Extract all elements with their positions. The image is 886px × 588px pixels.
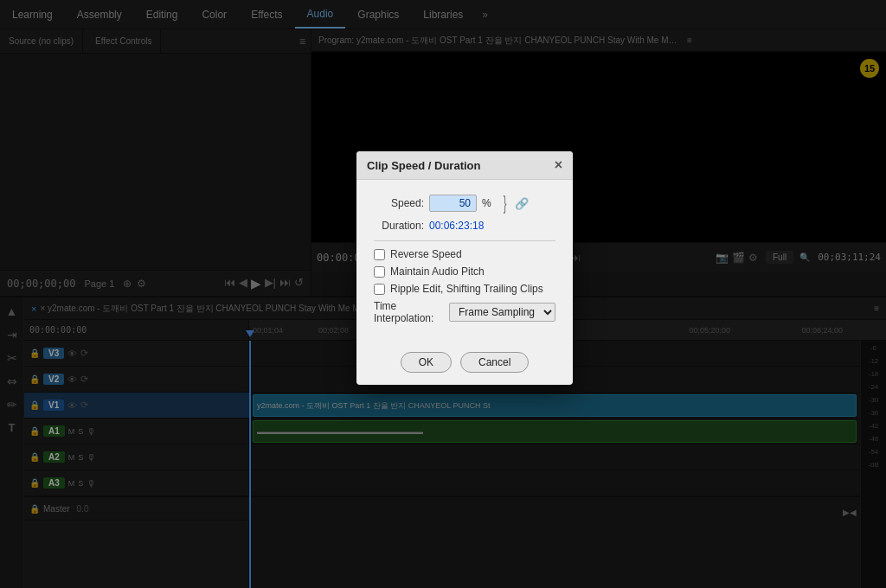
bracket-icon: } (504, 194, 507, 213)
speed-input[interactable] (429, 195, 477, 212)
dialog-footer: OK Cancel (356, 345, 573, 385)
interpolation-select[interactable]: Frame Sampling (449, 303, 555, 322)
dialog-title: Clip Speed / Duration (367, 159, 480, 172)
ripple-edit-row: Ripple Edit, Shifting Trailing Clips (374, 283, 555, 295)
ripple-edit-label[interactable]: Ripple Edit, Shifting Trailing Clips (390, 283, 543, 295)
duration-value: 00:06:23:18 (429, 220, 484, 232)
maintain-audio-pitch-checkbox[interactable] (374, 266, 385, 278)
speed-label: Speed: (374, 197, 424, 209)
cancel-button[interactable]: Cancel (460, 352, 529, 373)
duration-row: Duration: 00:06:23:18 (374, 220, 555, 232)
interpolation-row: Time Interpolation: Frame Sampling (374, 300, 555, 324)
link-icon[interactable]: 🔗 (515, 197, 529, 210)
speed-row: Speed: % } 🔗 (374, 194, 555, 213)
ripple-edit-checkbox[interactable] (374, 284, 385, 295)
dialog-title-bar: Clip Speed / Duration × (356, 151, 573, 180)
maintain-audio-pitch-label[interactable]: Maintain Audio Pitch (390, 265, 485, 278)
speed-unit: % (482, 197, 491, 209)
clip-speed-dialog: Clip Speed / Duration × Speed: % } 🔗 Dur… (356, 151, 573, 385)
ok-button[interactable]: OK (401, 352, 452, 373)
dialog-divider (374, 240, 555, 241)
dialog-close-btn[interactable]: × (555, 158, 562, 172)
dialog-body: Speed: % } 🔗 Duration: 00:06:23:18 Rever… (356, 180, 573, 345)
reverse-speed-row: Reverse Speed (374, 248, 555, 260)
duration-label: Duration: (374, 220, 424, 232)
dialog-overlay: Clip Speed / Duration × Speed: % } 🔗 Dur… (0, 0, 886, 588)
reverse-speed-checkbox[interactable] (374, 249, 385, 260)
audio-pitch-row: Maintain Audio Pitch (374, 265, 555, 278)
reverse-speed-label[interactable]: Reverse Speed (390, 248, 462, 260)
interpolation-label: Time Interpolation: (374, 300, 442, 324)
